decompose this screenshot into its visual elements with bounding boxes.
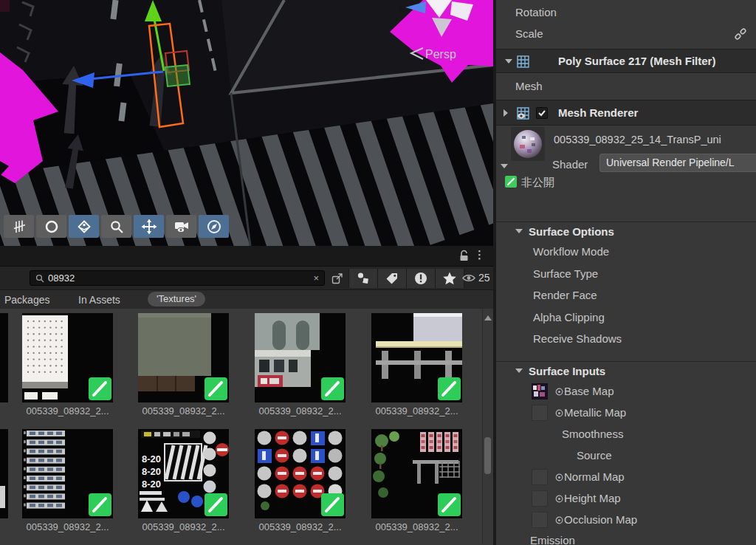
scrollbar-thumb[interactable] xyxy=(484,437,491,474)
asset-tile[interactable] xyxy=(371,313,462,402)
eye-icon xyxy=(462,273,475,283)
property-row-surface-type[interactable]: Surface Type xyxy=(496,264,756,285)
scope-packages[interactable]: Packages xyxy=(4,294,49,306)
open-search-window-icon[interactable] xyxy=(328,270,347,286)
asset-tile[interactable] xyxy=(22,313,113,402)
emission-row[interactable]: Emission xyxy=(496,530,756,545)
asset-tile[interactable] xyxy=(255,313,346,402)
foldout-open-icon xyxy=(515,229,523,233)
mesh-filter-icon xyxy=(517,55,529,68)
search-filter-buttons xyxy=(348,269,464,288)
visible-count[interactable]: 25 xyxy=(462,272,490,284)
mesh-filter-title: Poly Surface 217 (Mesh Filter) xyxy=(558,55,715,67)
shader-dropdown[interactable]: Universal Render Pipeline/L xyxy=(599,154,756,172)
scene-pick-icon xyxy=(555,473,563,481)
rotation-label: Rotation xyxy=(515,6,557,18)
clear-search-icon[interactable]: × xyxy=(313,272,319,284)
kebab-menu-icon[interactable]: ⋮ xyxy=(474,248,485,261)
emission-label: Emission xyxy=(530,534,575,545)
foldout-open-icon xyxy=(515,369,523,373)
asset-tile-label: 005339_08932_2... xyxy=(132,521,235,532)
project-header: ⋮ xyxy=(0,246,493,266)
property-row-workflow-mode[interactable]: Workflow Mode xyxy=(496,241,756,263)
asset-tile[interactable] xyxy=(22,429,113,518)
map-row-source[interactable]: Source xyxy=(496,445,756,467)
texture-slot-empty[interactable] xyxy=(532,512,548,528)
mesh-renderer-header[interactable]: Mesh Renderer xyxy=(496,100,756,126)
project-search-row: 08932 × 25 xyxy=(0,266,493,289)
asset-grid: 005339_08932_2...005339_08932_2...005339… xyxy=(0,309,493,544)
scene-tool-move-tool[interactable] xyxy=(134,215,164,238)
asset-tile-label: 005339_08932_2... xyxy=(16,405,119,417)
surface-inputs-header[interactable]: Surface Inputs xyxy=(496,361,756,381)
mesh-renderer-enabled-checkbox[interactable] xyxy=(536,107,548,119)
asset-label-row: 非公開 xyxy=(496,174,756,193)
foldout-closed-icon[interactable] xyxy=(504,109,508,117)
surface-options-header[interactable]: Surface Options xyxy=(496,222,756,241)
map-row-metallic-map[interactable]: Metallic Map xyxy=(496,402,756,424)
unity-editor-window: z Persp ⋮ 08932 × xyxy=(0,0,756,545)
type-filter-button[interactable] xyxy=(348,269,378,288)
texture-slot[interactable] xyxy=(532,383,548,400)
inspector-panel: Rotation Scale Poly Surface 217 (Mesh Fi… xyxy=(496,0,756,545)
asset-tile[interactable] xyxy=(371,429,462,518)
map-row-base-map[interactable]: Base Map xyxy=(496,381,756,402)
asset-tile-label: 005339_08932_2... xyxy=(365,405,468,417)
scene-tool-search-scene[interactable] xyxy=(101,215,131,238)
label-filter-button[interactable] xyxy=(378,269,407,288)
scene-tool-compass[interactable] xyxy=(199,215,229,238)
scene-pick-icon xyxy=(555,388,563,396)
asset-tile[interactable]: 8-208-208-20 xyxy=(138,429,229,518)
scene-view[interactable]: z Persp xyxy=(0,0,493,246)
scene-3d-viewport: z Persp xyxy=(0,0,493,246)
map-row-height-map[interactable]: Height Map xyxy=(496,488,756,510)
svg-text:8-20: 8-20 xyxy=(142,479,161,490)
scene-tool-grid-snap[interactable] xyxy=(4,215,34,238)
property-row-render-face[interactable]: Render Face xyxy=(496,285,756,306)
material-preview-sphere[interactable] xyxy=(511,127,545,161)
grid-scrollbar[interactable] xyxy=(482,309,493,544)
mesh-filter-header[interactable]: Poly Surface 217 (Mesh Filter) xyxy=(496,49,756,73)
surface-inputs-title: Surface Inputs xyxy=(529,365,605,377)
surface-options-title: Surface Options xyxy=(529,225,614,238)
search-input[interactable]: 08932 × xyxy=(30,270,325,286)
property-row-alpha-clipping[interactable]: Alpha Clipping xyxy=(496,307,756,329)
texture-slot-empty[interactable] xyxy=(532,490,548,507)
scroll-up-icon[interactable] xyxy=(484,315,492,321)
xz-plane-handle[interactable] xyxy=(165,65,190,86)
lock-open-icon[interactable] xyxy=(458,250,470,264)
favorites-filter-button[interactable] xyxy=(436,269,464,288)
texture-slot-empty[interactable] xyxy=(532,469,548,485)
persp-label[interactable]: Persp xyxy=(425,48,456,61)
scene-tool-gizmos-3d[interactable] xyxy=(69,215,99,238)
svg-text:8-20: 8-20 xyxy=(142,453,161,465)
map-row-normal-map[interactable]: Normal Map xyxy=(496,467,756,488)
log-filter-button[interactable] xyxy=(407,269,436,288)
scope-textures-pill[interactable]: 'Textures' xyxy=(148,292,205,306)
scene-pick-icon xyxy=(555,495,563,503)
property-row-receive-shadows[interactable]: Receive Shadows xyxy=(496,329,756,350)
asset-tile-label: 005339_08932_2... xyxy=(249,521,351,532)
asset-tile[interactable] xyxy=(255,429,346,518)
foldout-open-icon[interactable] xyxy=(505,59,512,64)
asset-tile[interactable] xyxy=(138,313,229,402)
mesh-renderer-title: Mesh Renderer xyxy=(558,106,638,119)
texture-slot-empty[interactable] xyxy=(532,405,548,421)
material-foldout-icon[interactable] xyxy=(501,164,508,168)
asset-label-badge[interactable] xyxy=(505,176,517,188)
scope-in-assets[interactable]: In Assets xyxy=(78,294,120,306)
asset-tile-partial xyxy=(0,313,8,402)
scene-pick-icon xyxy=(555,409,563,417)
scene-tool-scene-camera[interactable] xyxy=(166,215,196,238)
asset-label-text: 非公開 xyxy=(521,176,554,190)
scene-tool-shaded-sphere[interactable] xyxy=(36,215,66,238)
link-constrain-icon[interactable] xyxy=(734,27,747,43)
mesh-renderer-icon xyxy=(517,107,529,120)
map-row-smoothness[interactable]: Smoothness xyxy=(496,424,756,445)
axis-z-label: z xyxy=(399,4,403,14)
scene-toolbar xyxy=(4,215,229,238)
project-panel: ⋮ 08932 × 25 Packages In Assets 'Texture… xyxy=(0,246,493,545)
search-value: 08932 xyxy=(48,272,313,284)
shader-label: Shader xyxy=(552,158,588,171)
map-row-occlusion-map[interactable]: Occlusion Map xyxy=(496,510,756,531)
